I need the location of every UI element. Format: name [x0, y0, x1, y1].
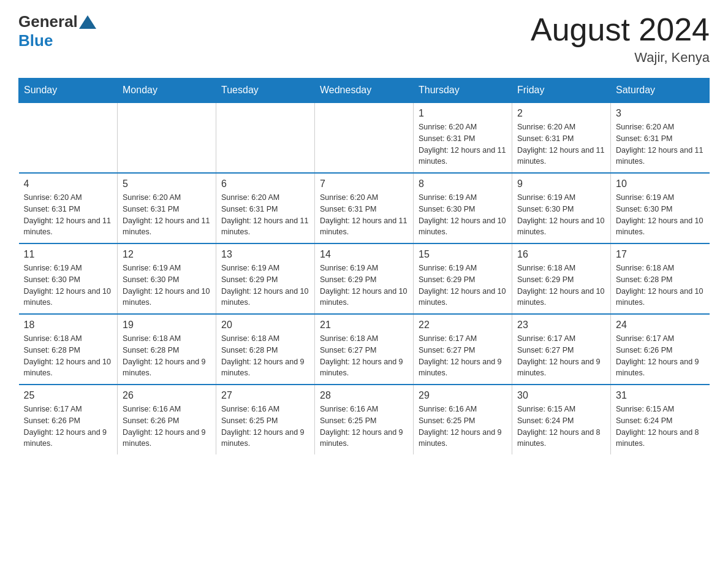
day-cell: 5Sunrise: 6:20 AM Sunset: 6:31 PM Daylig…: [118, 173, 216, 243]
day-number: 25: [24, 390, 113, 401]
day-number: 20: [221, 320, 309, 331]
day-cell: 26Sunrise: 6:16 AM Sunset: 6:26 PM Dayli…: [118, 385, 216, 454]
day-cell: [19, 102, 118, 173]
day-cell: 14Sunrise: 6:19 AM Sunset: 6:29 PM Dayli…: [315, 243, 414, 314]
day-info: Sunrise: 6:16 AM Sunset: 6:26 PM Dayligh…: [123, 404, 211, 450]
day-cell: 24Sunrise: 6:17 AM Sunset: 6:26 PM Dayli…: [611, 314, 710, 385]
day-cell: 29Sunrise: 6:16 AM Sunset: 6:25 PM Dayli…: [414, 385, 512, 454]
day-number: 26: [123, 390, 211, 401]
header-day-wednesday: Wednesday: [315, 79, 414, 103]
day-cell: 3Sunrise: 6:20 AM Sunset: 6:31 PM Daylig…: [611, 102, 710, 173]
day-number: 4: [24, 178, 113, 190]
day-cell: [315, 102, 414, 173]
day-info: Sunrise: 6:17 AM Sunset: 6:26 PM Dayligh…: [24, 404, 113, 450]
logo-general-text: General: [18, 12, 78, 31]
day-number: 19: [123, 320, 211, 331]
header-day-thursday: Thursday: [414, 79, 512, 103]
day-cell: 17Sunrise: 6:18 AM Sunset: 6:28 PM Dayli…: [611, 243, 710, 314]
day-number: 17: [616, 249, 705, 260]
logo-triangle-icon: [79, 15, 96, 29]
day-info: Sunrise: 6:15 AM Sunset: 6:24 PM Dayligh…: [616, 404, 705, 450]
week-row-1: 1Sunrise: 6:20 AM Sunset: 6:31 PM Daylig…: [19, 102, 710, 173]
day-number: 24: [616, 320, 705, 331]
day-info: Sunrise: 6:20 AM Sunset: 6:31 PM Dayligh…: [517, 121, 605, 167]
day-cell: 1Sunrise: 6:20 AM Sunset: 6:31 PM Daylig…: [414, 102, 512, 173]
day-number: 12: [123, 249, 211, 260]
day-info: Sunrise: 6:17 AM Sunset: 6:27 PM Dayligh…: [517, 333, 605, 379]
day-info: Sunrise: 6:19 AM Sunset: 6:30 PM Dayligh…: [123, 262, 211, 308]
day-cell: 23Sunrise: 6:17 AM Sunset: 6:27 PM Dayli…: [512, 314, 611, 385]
day-info: Sunrise: 6:20 AM Sunset: 6:31 PM Dayligh…: [419, 121, 507, 167]
day-number: 13: [221, 249, 309, 260]
day-number: 11: [24, 249, 113, 260]
day-number: 2: [517, 108, 605, 119]
day-number: 18: [24, 320, 113, 331]
day-info: Sunrise: 6:19 AM Sunset: 6:30 PM Dayligh…: [419, 192, 507, 238]
week-row-4: 18Sunrise: 6:18 AM Sunset: 6:28 PM Dayli…: [19, 314, 710, 385]
day-number: 16: [517, 249, 605, 260]
month-title: August 2024: [531, 12, 710, 47]
day-number: 7: [320, 178, 408, 190]
day-info: Sunrise: 6:20 AM Sunset: 6:31 PM Dayligh…: [123, 192, 211, 238]
day-cell: 12Sunrise: 6:19 AM Sunset: 6:30 PM Dayli…: [118, 243, 216, 314]
day-number: 23: [517, 320, 605, 331]
day-info: Sunrise: 6:18 AM Sunset: 6:27 PM Dayligh…: [320, 333, 408, 379]
day-number: 28: [320, 390, 408, 401]
header-row: SundayMondayTuesdayWednesdayThursdayFrid…: [19, 79, 710, 103]
logo: General Blue: [18, 12, 97, 50]
day-cell: 25Sunrise: 6:17 AM Sunset: 6:26 PM Dayli…: [19, 385, 118, 454]
page-header: General Blue August 2024 Wajir, Kenya: [18, 12, 710, 66]
logo-block: General Blue: [18, 12, 97, 50]
day-cell: 8Sunrise: 6:19 AM Sunset: 6:30 PM Daylig…: [414, 173, 512, 243]
day-cell: 31Sunrise: 6:15 AM Sunset: 6:24 PM Dayli…: [611, 385, 710, 454]
day-info: Sunrise: 6:19 AM Sunset: 6:30 PM Dayligh…: [24, 262, 113, 308]
calendar-header: SundayMondayTuesdayWednesdayThursdayFrid…: [19, 79, 710, 103]
day-cell: 4Sunrise: 6:20 AM Sunset: 6:31 PM Daylig…: [19, 173, 118, 243]
header-day-monday: Monday: [118, 79, 216, 103]
day-cell: 2Sunrise: 6:20 AM Sunset: 6:31 PM Daylig…: [512, 102, 611, 173]
day-cell: 15Sunrise: 6:19 AM Sunset: 6:29 PM Dayli…: [414, 243, 512, 314]
calendar-table: SundayMondayTuesdayWednesdayThursdayFrid…: [18, 78, 710, 454]
calendar-body: 1Sunrise: 6:20 AM Sunset: 6:31 PM Daylig…: [19, 102, 710, 454]
day-info: Sunrise: 6:15 AM Sunset: 6:24 PM Dayligh…: [517, 404, 605, 450]
day-cell: 19Sunrise: 6:18 AM Sunset: 6:28 PM Dayli…: [118, 314, 216, 385]
day-number: 15: [419, 249, 507, 260]
day-cell: 13Sunrise: 6:19 AM Sunset: 6:29 PM Dayli…: [216, 243, 315, 314]
day-info: Sunrise: 6:17 AM Sunset: 6:26 PM Dayligh…: [616, 333, 705, 379]
day-info: Sunrise: 6:20 AM Sunset: 6:31 PM Dayligh…: [221, 192, 309, 238]
day-number: 6: [221, 178, 309, 190]
day-number: 9: [517, 178, 605, 190]
day-cell: 21Sunrise: 6:18 AM Sunset: 6:27 PM Dayli…: [315, 314, 414, 385]
day-cell: 10Sunrise: 6:19 AM Sunset: 6:30 PM Dayli…: [611, 173, 710, 243]
day-info: Sunrise: 6:16 AM Sunset: 6:25 PM Dayligh…: [419, 404, 507, 450]
day-cell: 11Sunrise: 6:19 AM Sunset: 6:30 PM Dayli…: [19, 243, 118, 314]
day-number: 31: [616, 390, 705, 401]
week-row-3: 11Sunrise: 6:19 AM Sunset: 6:30 PM Dayli…: [19, 243, 710, 314]
day-cell: [118, 102, 216, 173]
day-info: Sunrise: 6:19 AM Sunset: 6:30 PM Dayligh…: [517, 192, 605, 238]
day-cell: 6Sunrise: 6:20 AM Sunset: 6:31 PM Daylig…: [216, 173, 315, 243]
day-info: Sunrise: 6:18 AM Sunset: 6:29 PM Dayligh…: [517, 262, 605, 308]
day-number: 3: [616, 108, 705, 119]
day-cell: 28Sunrise: 6:16 AM Sunset: 6:25 PM Dayli…: [315, 385, 414, 454]
day-number: 8: [419, 178, 507, 190]
day-cell: 22Sunrise: 6:17 AM Sunset: 6:27 PM Dayli…: [414, 314, 512, 385]
day-cell: 7Sunrise: 6:20 AM Sunset: 6:31 PM Daylig…: [315, 173, 414, 243]
title-block: August 2024 Wajir, Kenya: [531, 12, 710, 66]
day-info: Sunrise: 6:19 AM Sunset: 6:29 PM Dayligh…: [419, 262, 507, 308]
day-number: 5: [123, 178, 211, 190]
day-number: 22: [419, 320, 507, 331]
day-cell: 9Sunrise: 6:19 AM Sunset: 6:30 PM Daylig…: [512, 173, 611, 243]
day-info: Sunrise: 6:19 AM Sunset: 6:29 PM Dayligh…: [320, 262, 408, 308]
day-number: 14: [320, 249, 408, 260]
header-day-friday: Friday: [512, 79, 611, 103]
day-number: 27: [221, 390, 309, 401]
day-number: 30: [517, 390, 605, 401]
day-info: Sunrise: 6:20 AM Sunset: 6:31 PM Dayligh…: [24, 192, 113, 238]
day-cell: 16Sunrise: 6:18 AM Sunset: 6:29 PM Dayli…: [512, 243, 611, 314]
day-info: Sunrise: 6:17 AM Sunset: 6:27 PM Dayligh…: [419, 333, 507, 379]
logo-blue-text: Blue: [18, 31, 97, 50]
day-cell: 20Sunrise: 6:18 AM Sunset: 6:28 PM Dayli…: [216, 314, 315, 385]
day-number: 1: [419, 108, 507, 119]
day-info: Sunrise: 6:20 AM Sunset: 6:31 PM Dayligh…: [320, 192, 408, 238]
